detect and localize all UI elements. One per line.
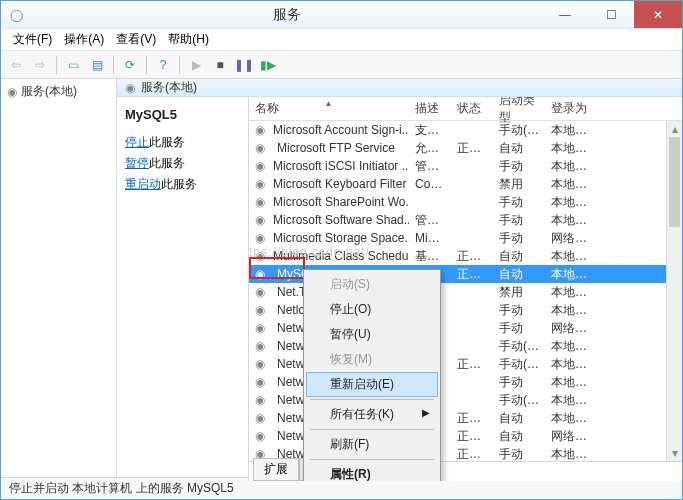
ctx-refresh[interactable]: 刷新(F) <box>306 432 438 457</box>
back-icon[interactable]: ⇦ <box>5 54 27 76</box>
help-icon[interactable]: ? <box>152 54 174 76</box>
gear-icon: ◉ <box>255 357 269 371</box>
col-startup[interactable]: 启动类型 <box>493 97 545 126</box>
menu-help[interactable]: 帮助(H) <box>162 29 215 50</box>
sort-asc-icon: ▲ <box>325 99 333 108</box>
ctx-pause[interactable]: 暂停(U) <box>306 322 438 347</box>
toolbar: ⇦ ⇨ ▭ ▤ ⟳ ? ▶ ■ ❚❚ ▮▶ <box>1 51 682 79</box>
window-title: 服务 <box>31 6 542 24</box>
gear-icon: ◉ <box>255 303 269 317</box>
separator <box>113 56 114 74</box>
separator <box>310 399 434 400</box>
ctx-restart[interactable]: 重新启动(E) <box>306 372 438 397</box>
service-list: 名称▲ 描述 状态 启动类型 登录为 ◉Microsoft Account Si… <box>249 97 682 481</box>
gear-icon: ◉ <box>255 411 269 425</box>
service-row[interactable]: ◉Microsoft Keyboard FilterCont...禁用本地系统 <box>249 175 682 193</box>
gear-icon: ◉ <box>255 267 269 281</box>
window-controls: — ☐ ✕ <box>542 1 682 28</box>
gear-icon: ◉ <box>255 285 269 299</box>
service-row[interactable]: ◉Microsoft Software Shad...管理...手动本地系统 <box>249 211 682 229</box>
menu-file[interactable]: 文件(F) <box>7 29 58 50</box>
tree-pane: ◉ 服务(本地) <box>1 79 117 477</box>
gear-icon: ◉ <box>255 231 265 245</box>
refresh-icon[interactable]: ⟳ <box>119 54 141 76</box>
restart-icon[interactable]: ▮▶ <box>257 54 279 76</box>
pane-header: ◉ 服务(本地) <box>117 79 682 97</box>
titlebar: ◯ 服务 — ☐ ✕ <box>1 1 682 29</box>
gear-icon: ◉ <box>255 375 269 389</box>
menubar: 文件(F) 操作(A) 查看(V) 帮助(H) <box>1 29 682 51</box>
service-row[interactable]: ◉Multimedia Class Schedu...基于...正在...自动本… <box>249 247 682 265</box>
menu-action[interactable]: 操作(A) <box>58 29 110 50</box>
col-logon[interactable]: 登录为 <box>545 100 603 117</box>
gear-icon: ◉ <box>255 321 269 335</box>
scroll-thumb[interactable] <box>669 137 680 227</box>
scroll-down-icon[interactable]: ▾ <box>667 445 682 461</box>
service-row[interactable]: ◉Microsoft FTP Service允许...正在...自动本地系统 <box>249 139 682 157</box>
ctx-resume: 恢复(M) <box>306 347 438 372</box>
gear-icon: ◉ <box>255 123 265 137</box>
tree-root[interactable]: ◉ 服务(本地) <box>1 79 116 104</box>
gear-icon: ◉ <box>255 177 265 191</box>
service-row[interactable]: ◉Microsoft Storage Space...Micr...手动网络服务 <box>249 229 682 247</box>
service-row[interactable]: ◉Microsoft SharePoint Wo...手动本地系统 <box>249 193 682 211</box>
export-icon[interactable]: ▤ <box>86 54 108 76</box>
play-icon[interactable]: ▶ <box>185 54 207 76</box>
gear-icon: ◉ <box>125 81 135 95</box>
vertical-scrollbar[interactable]: ▴ ▾ <box>666 121 682 461</box>
detail-pane: MySQL5 停止此服务 暂停此服务 重启动此服务 <box>117 97 249 481</box>
gear-icon: ◉ <box>255 393 269 407</box>
stop-icon[interactable]: ■ <box>209 54 231 76</box>
column-headers: 名称▲ 描述 状态 启动类型 登录为 <box>249 97 682 121</box>
gear-icon: ◉ <box>255 141 269 155</box>
gear-icon: ◉ <box>255 339 269 353</box>
submenu-arrow-icon: ▶ <box>422 407 430 418</box>
app-icon: ◯ <box>1 8 31 22</box>
gear-icon: ◉ <box>255 249 265 263</box>
scroll-up-icon[interactable]: ▴ <box>667 121 682 137</box>
pause-icon[interactable]: ❚❚ <box>233 54 255 76</box>
minimize-button[interactable]: — <box>542 1 588 28</box>
tree-root-label: 服务(本地) <box>21 83 77 100</box>
separator <box>56 56 57 74</box>
ctx-properties[interactable]: 属性(R) <box>306 462 438 481</box>
restart-service-link[interactable]: 重启动此服务 <box>125 176 240 193</box>
ctx-start: 启动(S) <box>306 272 438 297</box>
forward-icon[interactable]: ⇨ <box>29 54 51 76</box>
gear-icon: ◉ <box>255 213 265 227</box>
pause-service-link[interactable]: 暂停此服务 <box>125 155 240 172</box>
service-row[interactable]: ◉Microsoft iSCSI Initiator ...管理...手动本地系… <box>249 157 682 175</box>
status-text: 停止并启动 本地计算机 上的服务 MySQL5 <box>9 480 234 497</box>
tab-extended[interactable]: 扩展 <box>253 458 299 481</box>
separator <box>310 429 434 430</box>
show-hide-icon[interactable]: ▭ <box>62 54 84 76</box>
close-button[interactable]: ✕ <box>634 1 682 28</box>
gear-icon: ◉ <box>7 85 17 99</box>
service-row[interactable]: ◉Microsoft Account Sign-i...支持...手动(触发..… <box>249 121 682 139</box>
separator <box>146 56 147 74</box>
pane-title: 服务(本地) <box>141 79 197 96</box>
gear-icon: ◉ <box>255 429 269 443</box>
col-description[interactable]: 描述 <box>409 100 451 117</box>
workspace: ◉ 服务(本地) ◉ 服务(本地) MySQL5 停止此服务 暂停此服务 重启动… <box>1 79 682 477</box>
menu-view[interactable]: 查看(V) <box>110 29 162 50</box>
gear-icon: ◉ <box>255 159 265 173</box>
detail-title: MySQL5 <box>125 107 240 122</box>
col-status[interactable]: 状态 <box>451 100 493 117</box>
col-name[interactable]: 名称▲ <box>249 100 409 117</box>
stop-service-link[interactable]: 停止此服务 <box>125 134 240 151</box>
separator <box>310 459 434 460</box>
maximize-button[interactable]: ☐ <box>588 1 634 28</box>
context-menu: 启动(S) 停止(O) 暂停(U) 恢复(M) 重新启动(E) 所有任务(K)▶… <box>303 269 441 481</box>
content-pane: ◉ 服务(本地) MySQL5 停止此服务 暂停此服务 重启动此服务 名称▲ 描… <box>117 79 682 477</box>
separator <box>179 56 180 74</box>
gear-icon: ◉ <box>255 195 265 209</box>
ctx-stop[interactable]: 停止(O) <box>306 297 438 322</box>
pane-body: MySQL5 停止此服务 暂停此服务 重启动此服务 名称▲ 描述 状态 启动类型… <box>117 97 682 481</box>
ctx-all-tasks[interactable]: 所有任务(K)▶ <box>306 402 438 427</box>
